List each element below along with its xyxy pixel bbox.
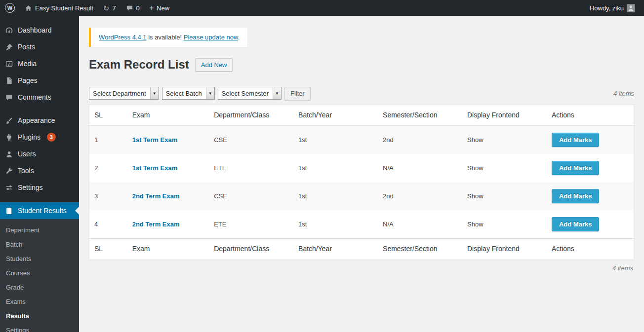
- cell-department: ETE: [209, 210, 293, 239]
- update-icon: ↻: [103, 4, 110, 12]
- cell-batch: 1st: [293, 210, 378, 239]
- cell-actions: Add Marks: [547, 182, 634, 210]
- column-footer-department: Department/Class: [209, 239, 293, 260]
- cell-display: Show: [462, 126, 547, 154]
- add-marks-button[interactable]: Add Marks: [552, 133, 599, 147]
- department-select[interactable]: Select Department ▼: [89, 87, 159, 100]
- wrench-icon: [0, 167, 18, 175]
- updates-link[interactable]: ↻ 7: [98, 0, 121, 16]
- update-count: 7: [112, 4, 116, 12]
- table-row: 2 1st Term Exam ETE 1st N/A Show Add Mar…: [89, 154, 634, 182]
- sidebar-item-plugins[interactable]: Plugins 3: [0, 129, 79, 146]
- filter-button[interactable]: Filter: [284, 87, 311, 100]
- sidebar-item-label: Users: [18, 150, 39, 158]
- sidebar-item-settings[interactable]: Settings: [0, 179, 79, 196]
- site-name: Easy Student Result: [35, 4, 93, 12]
- column-footer-actions: Actions: [547, 239, 634, 260]
- sidebar-item-users[interactable]: Users: [0, 146, 79, 162]
- submenu-item-results[interactable]: Results: [0, 309, 79, 323]
- caret-glyph: ▼: [275, 91, 279, 96]
- submenu-item-students[interactable]: Students: [0, 252, 79, 266]
- home-icon: [25, 4, 32, 12]
- notice-text: is available!: [147, 34, 184, 41]
- sidebar-item-label: Settings: [18, 184, 46, 191]
- cell-exam: 1st Term Exam: [127, 154, 209, 182]
- column-footer-batch: Batch/Year: [293, 239, 378, 260]
- sidebar-item-posts[interactable]: Posts: [0, 38, 79, 55]
- cell-sl: 3: [89, 182, 127, 210]
- semester-select[interactable]: Select Semester ▼: [218, 87, 282, 100]
- submenu-item-grade[interactable]: Grade: [0, 280, 79, 295]
- wp-logo-glyph: W: [7, 5, 12, 11]
- sidebar-item-media[interactable]: Media: [0, 55, 79, 72]
- wp-logo-button[interactable]: W: [0, 0, 20, 16]
- new-label: New: [157, 4, 169, 12]
- exam-link[interactable]: 1st Term Exam: [132, 136, 178, 144]
- exam-link[interactable]: 1st Term Exam: [132, 164, 178, 172]
- sidebar-item-tools[interactable]: Tools: [0, 162, 79, 179]
- sidebar-item-comments[interactable]: Comments: [0, 89, 79, 106]
- cell-display: Show: [462, 154, 547, 182]
- cell-batch: 1st: [293, 126, 378, 154]
- cell-sl: 1: [89, 126, 127, 154]
- column-footer-sl: SL: [89, 239, 127, 260]
- sidebar-item-student-results[interactable]: Student Results: [0, 202, 79, 219]
- column-footer-semester: Semester/Section: [378, 239, 462, 260]
- submenu-item-courses[interactable]: Courses: [0, 266, 79, 280]
- submenu-item-settings[interactable]: Settings: [0, 323, 79, 332]
- submenu-item-department[interactable]: Department: [0, 223, 79, 237]
- exam-record-table: SL Exam Department/Class Batch/Year Seme…: [89, 105, 634, 260]
- submenu-item-exams[interactable]: Exams: [0, 295, 79, 309]
- page-title: Exam Record List: [89, 58, 189, 72]
- sidebar-item-label: Pages: [18, 76, 40, 84]
- exam-link[interactable]: 2nd Term Exam: [132, 221, 180, 228]
- student-results-submenu: Department Batch Students Courses Grade …: [0, 219, 79, 332]
- add-marks-button[interactable]: Add Marks: [552, 189, 599, 203]
- add-marks-button[interactable]: Add Marks: [552, 217, 599, 231]
- cell-semester: N/A: [378, 154, 462, 182]
- table-row: 4 2nd Term Exam ETE 1st N/A Show Add Mar…: [89, 210, 634, 239]
- column-header-semester: Semester/Section: [378, 105, 462, 126]
- column-header-exam: Exam: [127, 105, 209, 126]
- update-now-link[interactable]: Please update now: [184, 34, 238, 41]
- site-name-link[interactable]: Easy Student Result: [20, 0, 98, 16]
- comment-count: 0: [136, 4, 140, 12]
- items-count-bottom: 4 items: [90, 264, 633, 272]
- add-marks-button[interactable]: Add Marks: [552, 161, 599, 175]
- admin-bar-right: Howdy, ziku: [585, 0, 644, 16]
- book-icon: [0, 207, 18, 215]
- caret-glyph: ▼: [153, 91, 157, 96]
- sliders-icon: [0, 184, 18, 192]
- wordpress-version-link[interactable]: WordPress 4.4.1: [99, 34, 147, 41]
- account-menu[interactable]: Howdy, ziku: [585, 0, 640, 16]
- batch-select[interactable]: Select Batch ▼: [162, 87, 215, 100]
- plugins-update-badge: 3: [47, 133, 56, 142]
- chevron-down-icon: ▼: [150, 87, 159, 99]
- new-content-link[interactable]: + New: [145, 0, 174, 16]
- cell-batch: 1st: [293, 154, 378, 182]
- add-new-button[interactable]: Add New: [195, 58, 233, 72]
- filter-row: Select Department ▼ Select Batch ▼ Selec…: [89, 87, 634, 100]
- table-row: 1 1st Term Exam CSE 1st 2nd Show Add Mar…: [89, 126, 634, 154]
- sidebar-item-pages[interactable]: Pages: [0, 72, 79, 89]
- sidebar-item-appearance[interactable]: Appearance: [0, 112, 79, 129]
- column-footer-display: Display Frontend: [462, 239, 547, 260]
- select-value: Select Batch: [162, 87, 206, 99]
- column-header-batch: Batch/Year: [293, 105, 378, 126]
- exam-link[interactable]: 2nd Term Exam: [132, 192, 180, 200]
- submenu-item-batch[interactable]: Batch: [0, 237, 79, 252]
- cell-actions: Add Marks: [547, 126, 634, 154]
- brush-icon: [0, 116, 18, 125]
- notice-period: .: [238, 34, 240, 41]
- cell-display: Show: [462, 182, 547, 210]
- table-header-row: SL Exam Department/Class Batch/Year Seme…: [89, 105, 634, 126]
- select-value: Select Semester: [218, 87, 273, 99]
- plugin-icon: [0, 133, 18, 142]
- cell-semester: 2nd: [378, 126, 462, 154]
- cell-exam: 1st Term Exam: [127, 126, 209, 154]
- cell-exam: 2nd Term Exam: [127, 182, 209, 210]
- admin-comments-link[interactable]: 0: [121, 0, 145, 16]
- wordpress-logo-icon: W: [5, 3, 15, 13]
- sidebar-item-dashboard[interactable]: Dashboard: [0, 22, 79, 38]
- cell-semester: N/A: [378, 210, 462, 239]
